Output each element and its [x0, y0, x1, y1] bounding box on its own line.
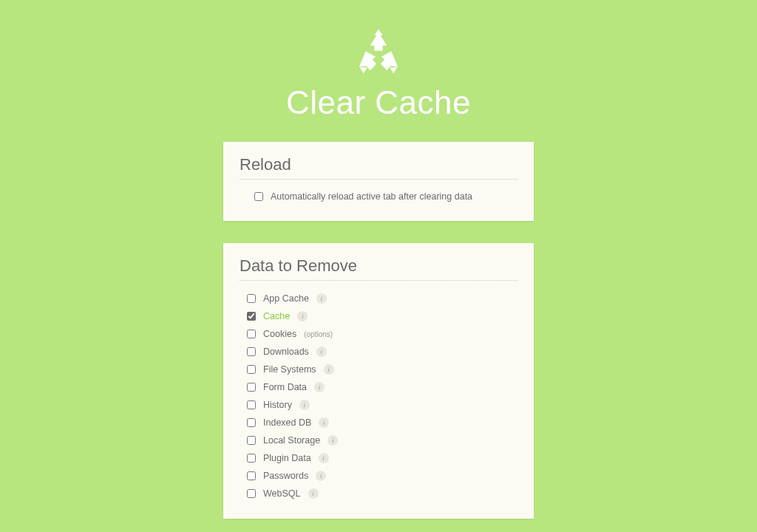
data-item-checkbox[interactable]: [247, 436, 256, 445]
data-item-row[interactable]: App Cachei: [240, 290, 517, 307]
data-item-label: App Cache: [263, 293, 309, 304]
info-icon[interactable]: i: [316, 347, 327, 357]
data-item-label: File Systems: [263, 364, 316, 375]
options-link[interactable]: (options): [304, 330, 333, 338]
data-item-label: Indexed DB: [263, 417, 311, 428]
info-icon[interactable]: i: [316, 471, 326, 481]
data-item-checkbox[interactable]: [247, 383, 256, 392]
data-item-row[interactable]: File Systemsi: [240, 361, 517, 378]
data-item-label: Passwords: [263, 471, 308, 481]
svg-marker-2: [360, 67, 367, 73]
info-icon[interactable]: i: [316, 293, 327, 304]
data-item-label: History: [263, 400, 292, 410]
data-to-remove-heading: Data to Remove: [240, 256, 517, 281]
data-item-label: WebSQL: [263, 488, 301, 499]
data-item-row[interactable]: Downloadsi: [240, 343, 517, 361]
data-item-checkbox[interactable]: [247, 400, 256, 409]
data-item-checkbox[interactable]: [247, 294, 256, 303]
data-item-row[interactable]: WebSQLi: [240, 485, 517, 502]
data-item-label: Form Data: [263, 382, 307, 392]
svg-marker-1: [390, 67, 397, 73]
data-item-label: Cache: [263, 311, 290, 321]
svg-marker-0: [374, 29, 382, 35]
data-item-row[interactable]: Historyi: [240, 396, 517, 414]
data-item-row[interactable]: Plugin Datai: [240, 449, 517, 467]
auto-reload-label: Automatically reload active tab after cl…: [271, 191, 472, 202]
data-item-row[interactable]: Local Storagei: [240, 432, 517, 449]
info-icon[interactable]: i: [327, 435, 338, 446]
header: Clear Cache: [286, 28, 471, 121]
auto-reload-checkbox[interactable]: [254, 192, 263, 201]
info-icon[interactable]: i: [314, 382, 325, 392]
data-item-row[interactable]: Indexed DBi: [240, 414, 517, 432]
info-icon[interactable]: i: [299, 400, 310, 410]
info-icon[interactable]: i: [319, 453, 329, 463]
info-icon[interactable]: i: [308, 488, 319, 499]
info-icon[interactable]: i: [297, 311, 308, 321]
recycle-icon: [353, 28, 404, 80]
data-item-checkbox[interactable]: [247, 365, 256, 374]
data-item-row[interactable]: Cachei: [240, 307, 517, 325]
data-item-checkbox[interactable]: [247, 454, 256, 463]
data-item-row[interactable]: Form Datai: [240, 378, 517, 396]
data-item-label: Plugin Data: [263, 453, 311, 463]
data-item-checkbox[interactable]: [247, 347, 256, 356]
data-item-checkbox[interactable]: [247, 471, 256, 480]
data-item-checkbox[interactable]: [247, 418, 256, 427]
data-item-checkbox[interactable]: [247, 489, 256, 498]
data-to-remove-card: Data to Remove App CacheiCacheiCookies(o…: [223, 243, 534, 519]
data-item-label: Cookies: [263, 329, 296, 339]
data-item-label: Downloads: [263, 347, 309, 357]
info-icon[interactable]: i: [319, 417, 329, 428]
data-item-checkbox[interactable]: [247, 312, 256, 321]
page-title: Clear Cache: [286, 84, 471, 121]
auto-reload-row[interactable]: Automatically reload active tab after cl…: [240, 188, 517, 205]
data-item-label: Local Storage: [263, 435, 320, 446]
info-icon[interactable]: i: [324, 364, 334, 375]
reload-heading: Reload: [240, 155, 517, 180]
reload-card: Reload Automatically reload active tab a…: [223, 142, 534, 221]
data-item-row[interactable]: Passwordsi: [240, 467, 517, 485]
data-item-row[interactable]: Cookies(options): [240, 325, 517, 343]
data-item-checkbox[interactable]: [247, 330, 256, 338]
